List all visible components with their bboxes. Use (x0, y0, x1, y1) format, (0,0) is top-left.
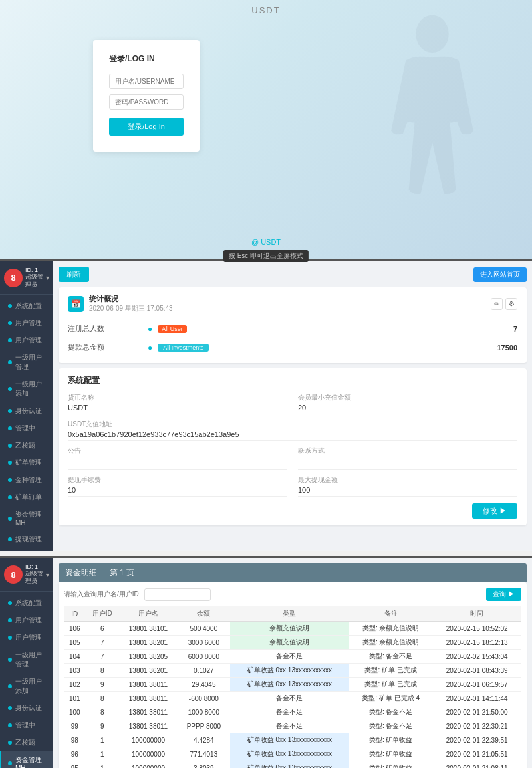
table-cell: 类型: 备金不足 (349, 650, 432, 664)
sidebar-item-level1-mgmt[interactable]: 一级用户管理 (0, 349, 53, 376)
min-recharge-value: 20 (298, 404, 517, 414)
sidebar-item-mine-order[interactable]: 矿单订单 (0, 489, 53, 506)
login-button[interactable]: 登录/Log In (109, 118, 184, 136)
table-cell: 2020-02-15 18:12:13 (432, 636, 521, 650)
table-cell: 矿单收益 0xx 13xxxxxxxxxxx (230, 678, 349, 692)
sidebar-item-s6[interactable]: 身份认证 (0, 700, 53, 717)
sidebar-label: 矿单订单 (15, 493, 42, 502)
table-cell: 13801 38011 (119, 678, 178, 692)
settings-button[interactable]: ⚙ (505, 298, 517, 310)
sidebar-expand-2[interactable]: ▾ (46, 571, 49, 578)
table-cell: 2020-02-01 21:50:00 (432, 705, 521, 719)
col-type: 类型 (230, 606, 349, 622)
sidebar-1: 8 ID: 1 超级管理员 ▾ 系统配置 用户管理 用户管理 一级用户管理 一级… (0, 261, 53, 551)
table-cell: 29.4045 (178, 678, 230, 692)
table-cell: 13801 38011 (119, 719, 178, 733)
table-cell: 103 (64, 664, 86, 678)
table-cell: 2020-02-01 22:39:51 (432, 733, 521, 747)
table-cell: 2020-02-01 06:19:57 (432, 678, 521, 692)
sidebar-user-role-2: 超级管理员 (25, 570, 43, 585)
table-cell: PPPP 8000 (178, 719, 230, 733)
table-cell: 类型: 矿单 已完成 (349, 664, 432, 678)
table-row: 99913801 38011PPPP 8000备金不足类型: 备金不足2020-… (64, 719, 521, 733)
username-input[interactable] (109, 74, 184, 89)
sidebar-menu: 系统配置 用户管理 用户管理 一级用户管理 一级用户添加 身份认证 管理中 乙核… (0, 295, 53, 551)
announcement-label: 公告 (68, 446, 287, 455)
sidebar-label: 一级用户添加 (15, 380, 47, 398)
sidebar-header: 8 ID: 1 超级管理员 ▾ (0, 261, 53, 295)
sidebar-item-user-mgmt2[interactable]: 用户管理 (0, 332, 53, 349)
table-cell: 类型: 余额充值说明 (349, 636, 432, 650)
max-withdraw-label: 最大提现金额 (298, 475, 517, 485)
withdraw-fee-label: 提现手续费 (68, 475, 287, 485)
config-currency: 货币名称 USDT (68, 393, 287, 414)
sidebar-label: 一级用户管理 (15, 353, 47, 372)
sidebar-item-s8[interactable]: 乙核题 (0, 734, 53, 751)
table-cell: 99 (64, 719, 86, 733)
edit-button[interactable]: ✏ (491, 298, 503, 310)
sidebar-item-system-config[interactable]: 系统配置 (0, 297, 53, 315)
table-cell: 100000000 (119, 747, 178, 761)
sidebar-label: 系统配置 (15, 301, 42, 311)
sidebar-item-gold-mgmt[interactable]: 金种管理 (0, 471, 53, 489)
sidebar-item-fund-mgmt[interactable]: 资金管理MH (0, 506, 53, 531)
table-cell: 95 (64, 761, 86, 768)
refresh-button[interactable]: 刷新 (59, 267, 89, 282)
table-cell: 13801 38101 (119, 622, 178, 636)
table-row: 106613801 38101500 4000余额充值说明类型: 余额充值说明2… (64, 622, 521, 636)
sidebar-item-s5[interactable]: 一级用户添加 (0, 673, 53, 700)
sidebar-item-level1-add[interactable]: 一级用户添加 (0, 376, 53, 402)
config-footer: 修改 ▶ (68, 503, 517, 519)
sidebar-item-review[interactable]: 乙核题 (0, 437, 53, 454)
sidebar-item-auth[interactable]: 身份认证 (0, 402, 53, 420)
enter-homepage-button[interactable]: 进入网站首页 (473, 267, 527, 282)
sidebar-item-s2[interactable]: 用户管理 (0, 612, 53, 629)
contact-value (298, 457, 517, 470)
table-row: 105713801 382013000 6000余额充值说明类型: 余额充值说明… (64, 636, 521, 650)
total-funds-row: 提款总金额 ● All Investments 17500 (68, 338, 517, 356)
sidebar-item-manage[interactable]: 管理中 (0, 420, 53, 437)
filter-label: 请输入查询用户名/用户ID (64, 590, 139, 599)
max-withdraw-value: 100 (298, 486, 517, 497)
sidebar-item-s4[interactable]: 一级用户管理 (0, 646, 53, 673)
sidebar-item-s7[interactable]: 管理中 (0, 717, 53, 734)
table-cell: 类型: 余额充值说明 (349, 622, 432, 636)
table-cell: 余额充值说明 (230, 636, 349, 650)
table-cell: 3000 6000 (178, 636, 230, 650)
table-cell: 2020-02-01 21:08:11 (432, 761, 521, 768)
sidebar-item-withdraw-mgmt[interactable]: 提现管理 (0, 531, 53, 548)
table-cell: 102 (64, 678, 86, 692)
system-config-card: 系统配置 货币名称 USDT 会员最小充值金额 20 USDT充值地址 0x5a… (59, 368, 527, 525)
table-cell: 500 4000 (178, 622, 230, 636)
config-grid: 货币名称 USDT 会员最小充值金额 20 USDT充值地址 0x5a19a06… (68, 393, 517, 497)
fund-search-button[interactable]: 查询 ▶ (486, 588, 521, 601)
table-cell: 备金不足 (230, 692, 349, 705)
login-section: USDT 登录/LOG IN 登录/Log In @ USDT (0, 0, 532, 259)
table-cell: 13801 38201 (119, 636, 178, 650)
sidebar-expand-icon[interactable]: ▾ (46, 274, 49, 281)
sidebar-item-s1[interactable]: 系统配置 (0, 594, 53, 612)
config-submit-button[interactable]: 修改 ▶ (472, 503, 517, 519)
sidebar-item-s3[interactable]: 用户管理 (0, 629, 53, 646)
sidebar-avatar: 8 (4, 269, 23, 287)
sidebar-item-user-mgmt[interactable]: 用户管理 (0, 315, 53, 332)
table-cell: 备金不足 (230, 650, 349, 664)
table-cell: 106 (64, 622, 86, 636)
sidebar-label: 金种管理 (15, 475, 42, 485)
fund-filter-input[interactable] (144, 588, 211, 601)
config-withdraw-fee: 提现手续费 10 (68, 475, 287, 497)
usdt-address-label: USDT充值地址 (68, 420, 517, 429)
table-cell: 13801 38205 (119, 650, 178, 664)
login-box: 登录/LOG IN 登录/Log In (93, 40, 200, 152)
config-max-withdraw: 最大提现金额 100 (298, 475, 517, 497)
sidebar-item-fund-active[interactable]: 资金管理MH (0, 751, 53, 768)
users-icon: ● (148, 324, 152, 334)
dashboard-title: 统计概况 (89, 294, 173, 304)
table-cell: 13801 38011 (119, 692, 178, 705)
table-cell: 100 (64, 705, 86, 719)
sidebar-item-mine-mgmt[interactable]: 矿单管理 (0, 454, 53, 471)
table-cell: 矿单收益 0xx 13xxxxxxxxxxx (230, 747, 349, 761)
password-input[interactable] (109, 94, 184, 110)
sidebar-label: 用户管理 (15, 319, 42, 328)
currency-value: USDT (68, 404, 287, 414)
